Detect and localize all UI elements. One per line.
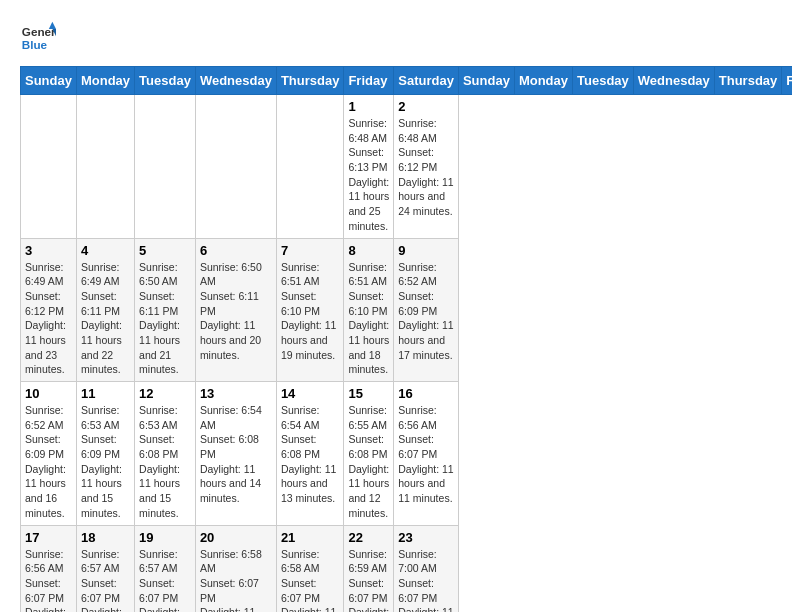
day-number: 11: [81, 386, 130, 401]
day-info: Sunrise: 6:58 AM Sunset: 6:07 PM Dayligh…: [281, 547, 340, 613]
day-cell: 9Sunrise: 6:52 AM Sunset: 6:09 PM Daylig…: [394, 238, 459, 382]
week-row-2: 3Sunrise: 6:49 AM Sunset: 6:12 PM Daylig…: [21, 238, 793, 382]
day-number: 16: [398, 386, 454, 401]
day-info: Sunrise: 6:53 AM Sunset: 6:09 PM Dayligh…: [81, 403, 130, 521]
weekday-header-monday: Monday: [514, 67, 572, 95]
day-number: 23: [398, 530, 454, 545]
day-cell: 8Sunrise: 6:51 AM Sunset: 6:10 PM Daylig…: [344, 238, 394, 382]
day-cell: 14Sunrise: 6:54 AM Sunset: 6:08 PM Dayli…: [276, 382, 344, 526]
weekday-header-thursday: Thursday: [714, 67, 782, 95]
day-info: Sunrise: 6:51 AM Sunset: 6:10 PM Dayligh…: [348, 260, 389, 378]
day-number: 6: [200, 243, 272, 258]
day-info: Sunrise: 6:52 AM Sunset: 6:09 PM Dayligh…: [25, 403, 72, 521]
header-sunday: Sunday: [21, 67, 77, 95]
logo: General Blue: [20, 20, 56, 56]
day-info: Sunrise: 6:56 AM Sunset: 6:07 PM Dayligh…: [25, 547, 72, 613]
day-info: Sunrise: 6:57 AM Sunset: 6:07 PM Dayligh…: [81, 547, 130, 613]
week-row-1: 1Sunrise: 6:48 AM Sunset: 6:13 PM Daylig…: [21, 95, 793, 239]
day-cell: 13Sunrise: 6:54 AM Sunset: 6:08 PM Dayli…: [195, 382, 276, 526]
day-number: 15: [348, 386, 389, 401]
weekday-header-sunday: Sunday: [458, 67, 514, 95]
weekday-header-wednesday: Wednesday: [633, 67, 714, 95]
week-row-3: 10Sunrise: 6:52 AM Sunset: 6:09 PM Dayli…: [21, 382, 793, 526]
day-info: Sunrise: 6:58 AM Sunset: 6:07 PM Dayligh…: [200, 547, 272, 613]
day-number: 20: [200, 530, 272, 545]
day-info: Sunrise: 6:48 AM Sunset: 6:12 PM Dayligh…: [398, 116, 454, 219]
day-cell: [195, 95, 276, 239]
svg-text:Blue: Blue: [22, 38, 48, 51]
day-cell: 5Sunrise: 6:50 AM Sunset: 6:11 PM Daylig…: [135, 238, 196, 382]
day-cell: [21, 95, 77, 239]
day-info: Sunrise: 6:56 AM Sunset: 6:07 PM Dayligh…: [398, 403, 454, 506]
day-info: Sunrise: 6:49 AM Sunset: 6:12 PM Dayligh…: [25, 260, 72, 378]
weekday-header-friday: Friday: [782, 67, 792, 95]
header-saturday: Saturday: [394, 67, 459, 95]
day-info: Sunrise: 6:51 AM Sunset: 6:10 PM Dayligh…: [281, 260, 340, 363]
day-cell: [276, 95, 344, 239]
header-thursday: Thursday: [276, 67, 344, 95]
day-cell: 17Sunrise: 6:56 AM Sunset: 6:07 PM Dayli…: [21, 525, 77, 612]
day-info: Sunrise: 7:00 AM Sunset: 6:07 PM Dayligh…: [398, 547, 454, 613]
weekday-header-tuesday: Tuesday: [573, 67, 634, 95]
day-info: Sunrise: 6:50 AM Sunset: 6:11 PM Dayligh…: [139, 260, 191, 378]
day-number: 4: [81, 243, 130, 258]
day-number: 19: [139, 530, 191, 545]
day-number: 14: [281, 386, 340, 401]
day-number: 18: [81, 530, 130, 545]
header-friday: Friday: [344, 67, 394, 95]
day-cell: 19Sunrise: 6:57 AM Sunset: 6:07 PM Dayli…: [135, 525, 196, 612]
day-info: Sunrise: 6:49 AM Sunset: 6:11 PM Dayligh…: [81, 260, 130, 378]
day-number: 9: [398, 243, 454, 258]
day-number: 5: [139, 243, 191, 258]
day-cell: 6Sunrise: 6:50 AM Sunset: 6:11 PM Daylig…: [195, 238, 276, 382]
day-info: Sunrise: 6:50 AM Sunset: 6:11 PM Dayligh…: [200, 260, 272, 363]
day-cell: 15Sunrise: 6:55 AM Sunset: 6:08 PM Dayli…: [344, 382, 394, 526]
day-cell: 10Sunrise: 6:52 AM Sunset: 6:09 PM Dayli…: [21, 382, 77, 526]
page-header: General Blue: [20, 20, 772, 56]
day-cell: 11Sunrise: 6:53 AM Sunset: 6:09 PM Dayli…: [76, 382, 134, 526]
day-number: 12: [139, 386, 191, 401]
day-cell: [76, 95, 134, 239]
day-number: 21: [281, 530, 340, 545]
day-cell: [135, 95, 196, 239]
day-number: 1: [348, 99, 389, 114]
day-number: 3: [25, 243, 72, 258]
day-info: Sunrise: 6:59 AM Sunset: 6:07 PM Dayligh…: [348, 547, 389, 613]
day-number: 22: [348, 530, 389, 545]
day-cell: 2Sunrise: 6:48 AM Sunset: 6:12 PM Daylig…: [394, 95, 459, 239]
day-cell: 3Sunrise: 6:49 AM Sunset: 6:12 PM Daylig…: [21, 238, 77, 382]
day-info: Sunrise: 6:54 AM Sunset: 6:08 PM Dayligh…: [200, 403, 272, 506]
logo-icon: General Blue: [20, 20, 56, 56]
header-wednesday: Wednesday: [195, 67, 276, 95]
day-cell: 1Sunrise: 6:48 AM Sunset: 6:13 PM Daylig…: [344, 95, 394, 239]
week-row-4: 17Sunrise: 6:56 AM Sunset: 6:07 PM Dayli…: [21, 525, 793, 612]
day-info: Sunrise: 6:52 AM Sunset: 6:09 PM Dayligh…: [398, 260, 454, 363]
day-number: 17: [25, 530, 72, 545]
day-cell: 20Sunrise: 6:58 AM Sunset: 6:07 PM Dayli…: [195, 525, 276, 612]
day-cell: 18Sunrise: 6:57 AM Sunset: 6:07 PM Dayli…: [76, 525, 134, 612]
day-number: 2: [398, 99, 454, 114]
day-cell: 21Sunrise: 6:58 AM Sunset: 6:07 PM Dayli…: [276, 525, 344, 612]
day-info: Sunrise: 6:55 AM Sunset: 6:08 PM Dayligh…: [348, 403, 389, 521]
day-info: Sunrise: 6:53 AM Sunset: 6:08 PM Dayligh…: [139, 403, 191, 521]
day-cell: 7Sunrise: 6:51 AM Sunset: 6:10 PM Daylig…: [276, 238, 344, 382]
header-tuesday: Tuesday: [135, 67, 196, 95]
day-info: Sunrise: 6:57 AM Sunset: 6:07 PM Dayligh…: [139, 547, 191, 613]
day-number: 13: [200, 386, 272, 401]
day-number: 10: [25, 386, 72, 401]
day-cell: 22Sunrise: 6:59 AM Sunset: 6:07 PM Dayli…: [344, 525, 394, 612]
day-cell: 4Sunrise: 6:49 AM Sunset: 6:11 PM Daylig…: [76, 238, 134, 382]
day-info: Sunrise: 6:54 AM Sunset: 6:08 PM Dayligh…: [281, 403, 340, 506]
calendar-table: SundayMondayTuesdayWednesdayThursdayFrid…: [20, 66, 792, 612]
day-cell: 23Sunrise: 7:00 AM Sunset: 6:07 PM Dayli…: [394, 525, 459, 612]
calendar-header-row: SundayMondayTuesdayWednesdayThursdayFrid…: [21, 67, 793, 95]
header-monday: Monday: [76, 67, 134, 95]
day-info: Sunrise: 6:48 AM Sunset: 6:13 PM Dayligh…: [348, 116, 389, 234]
day-number: 7: [281, 243, 340, 258]
day-cell: 16Sunrise: 6:56 AM Sunset: 6:07 PM Dayli…: [394, 382, 459, 526]
day-cell: 12Sunrise: 6:53 AM Sunset: 6:08 PM Dayli…: [135, 382, 196, 526]
day-number: 8: [348, 243, 389, 258]
